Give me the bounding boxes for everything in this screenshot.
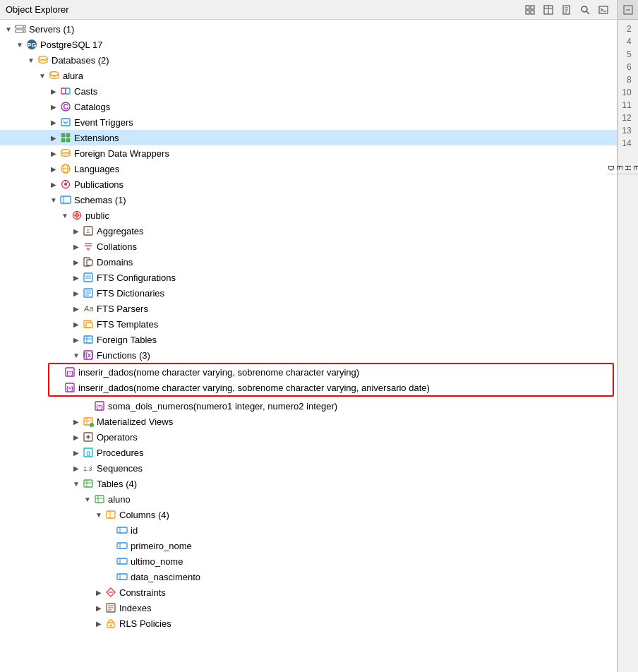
tree-item-func3[interactable]: {=} soma_dois_numeros(numero1 integer, n… bbox=[0, 398, 617, 414]
grid-icon-btn[interactable] bbox=[522, 2, 538, 18]
constraints-icon bbox=[104, 587, 117, 598]
tree-item-aggregates[interactable]: ▶ Σ Aggregates bbox=[0, 223, 617, 239]
tree-item-operators[interactable]: ▶ Operators bbox=[0, 429, 617, 445]
tree-item-col-id[interactable]: id bbox=[0, 522, 617, 538]
func2-label: inserir_dados(nome character varying, so… bbox=[78, 383, 430, 393]
table-icon-btn[interactable] bbox=[541, 2, 556, 18]
expander-col-pn bbox=[104, 540, 116, 551]
tree-item-columns[interactable]: ▼ Columns (4) bbox=[0, 507, 617, 522]
tree-item-func1[interactable]: {=} inserir_dados(nome character varying… bbox=[49, 364, 613, 380]
tables-icon bbox=[82, 478, 95, 489]
tree-item-constraints[interactable]: ▶ Constraints bbox=[0, 584, 617, 600]
tree-item-col-un[interactable]: ultimo_nome bbox=[0, 553, 617, 569]
public-schema-icon bbox=[71, 210, 83, 221]
tree-item-tables[interactable]: ▼ Tables (4) bbox=[0, 476, 617, 491]
tree-item-sequences[interactable]: ▶ 1.3 Sequences bbox=[0, 460, 617, 476]
tree-item-foreign-wrappers[interactable]: ▶ Foreign Data Wrappers bbox=[0, 145, 617, 161]
func1-label: inserir_dados(nome character varying, so… bbox=[78, 367, 359, 378]
terminal-icon-btn[interactable] bbox=[596, 2, 611, 18]
tree-item-fts-templates[interactable]: ▶ FTS Templates bbox=[0, 316, 617, 332]
sequences-label: Sequences bbox=[97, 463, 143, 474]
tree-item-fts-parsers[interactable]: ▶ Aa FTS Parsers bbox=[0, 301, 617, 316]
svg-rect-2 bbox=[526, 11, 529, 14]
functions-icon: f(x) bbox=[82, 349, 95, 361]
tree-item-languages[interactable]: ▶ Languages bbox=[0, 161, 617, 176]
expander-publications: ▶ bbox=[48, 179, 59, 190]
svg-rect-52 bbox=[87, 260, 92, 265]
tree-item-fts-dict[interactable]: ▶ FTS Dictionaries bbox=[0, 285, 617, 301]
tree-item-pg17[interactable]: ▼ PG PostgreSQL 17 bbox=[0, 37, 617, 52]
expander-schemas: ▼ bbox=[48, 194, 59, 205]
foreign-tables-label: Foreign Tables bbox=[97, 335, 157, 345]
tree-item-extensions[interactable]: ▶ Extensions bbox=[0, 130, 617, 145]
expander-functions: ▼ bbox=[71, 349, 82, 361]
search-icon-btn[interactable] bbox=[577, 2, 593, 18]
tree-item-rls-policies[interactable]: ▶ RLS Policies bbox=[0, 616, 617, 631]
tree-item-col-dn[interactable]: data_nascimento bbox=[0, 569, 617, 584]
tree-item-schemas[interactable]: ▼ Schemas (1) bbox=[0, 192, 617, 208]
col-pn-label: primeiro_nome bbox=[131, 541, 192, 551]
expander-servers: ▼ bbox=[3, 23, 14, 35]
tree-item-event-triggers[interactable]: ▶ Event Triggers bbox=[0, 114, 617, 130]
tree-item-public[interactable]: ▼ public bbox=[0, 208, 617, 223]
tree-item-func2[interactable]: {=} inserir_dados(nome character varying… bbox=[49, 380, 613, 395]
tree-item-procedures[interactable]: ▶ {} Procedures bbox=[0, 445, 617, 460]
svg-rect-62 bbox=[86, 323, 92, 328]
doc-icon-btn[interactable] bbox=[559, 2, 574, 18]
tree-item-collations[interactable]: ▶ Collations bbox=[0, 239, 617, 254]
red-outlined-functions: {=} inserir_dados(nome character varying… bbox=[48, 363, 614, 397]
expander-fts-templates: ▶ bbox=[71, 318, 82, 330]
tree-item-databases[interactable]: ▼ Databases (2) bbox=[0, 52, 617, 68]
tree-item-domains[interactable]: ▶ Domains bbox=[0, 254, 617, 270]
object-explorer: Object Explorer bbox=[0, 0, 618, 672]
tree-item-col-pn[interactable]: primeiro_nome bbox=[0, 538, 617, 553]
tree-item-casts[interactable]: ▶ Casts bbox=[0, 83, 617, 99]
expander-catalogs: ▶ bbox=[48, 101, 59, 112]
right-label-e1: E bbox=[615, 162, 624, 174]
tree-item-indexes[interactable]: ▶ Indexes bbox=[0, 600, 617, 616]
line-10: 14 bbox=[622, 137, 634, 150]
schemas-icon bbox=[59, 194, 72, 205]
func3-label: soma_dois_numeros(numero1 integer, numer… bbox=[108, 401, 337, 412]
foreign-wrappers-label: Foreign Data Wrappers bbox=[74, 148, 169, 159]
publications-icon bbox=[59, 179, 72, 190]
svg-text:C: C bbox=[63, 103, 68, 111]
svg-rect-31 bbox=[61, 138, 65, 142]
header-icons bbox=[522, 2, 611, 18]
tree-item-servers[interactable]: ▼ Servers (1) bbox=[0, 21, 617, 37]
expander-col-id bbox=[104, 524, 116, 536]
expander-languages: ▶ bbox=[48, 163, 59, 174]
server-icon bbox=[14, 23, 27, 35]
databases-label: Databases (2) bbox=[52, 55, 109, 66]
col-id-icon bbox=[116, 524, 128, 536]
tree-item-functions[interactable]: ▼ f(x) Functions (3) bbox=[0, 347, 617, 363]
fts-templates-icon bbox=[82, 318, 95, 330]
expander-indexes: ▶ bbox=[93, 602, 104, 613]
line-5: 8 bbox=[622, 73, 634, 86]
tree-item-catalogs[interactable]: ▶ C Catalogs bbox=[0, 99, 617, 114]
tree-item-publications[interactable]: ▶ Publications bbox=[0, 176, 617, 192]
event-triggers-label: Event Triggers bbox=[74, 117, 133, 128]
tree-item-aluno[interactable]: ▼ aluno bbox=[0, 491, 617, 507]
svg-text:Aa: Aa bbox=[83, 304, 93, 313]
tree-container[interactable]: ▼ Servers (1) ▼ PG PostgreSQL 17 bbox=[0, 20, 617, 672]
languages-label: Languages bbox=[74, 164, 119, 174]
tables-label: Tables (4) bbox=[97, 479, 137, 489]
expander-pg17: ▼ bbox=[14, 39, 25, 50]
columns-label: Columns (4) bbox=[119, 510, 169, 520]
panel-collapse-icon bbox=[623, 5, 633, 15]
fts-parsers-icon: Aa bbox=[82, 303, 95, 314]
tree-item-mat-views[interactable]: ▶ Materialized Views bbox=[0, 414, 617, 429]
terminal-icon bbox=[598, 5, 608, 15]
tree-item-fts-conf[interactable]: ▶ FTS Configurations bbox=[0, 270, 617, 285]
casts-icon bbox=[59, 85, 72, 97]
svg-text:Σ: Σ bbox=[87, 228, 90, 234]
svg-rect-90 bbox=[107, 511, 115, 518]
tree-item-alura[interactable]: ▼ alura bbox=[0, 68, 617, 83]
aluno-table-icon bbox=[93, 493, 106, 505]
line-3: 5 bbox=[622, 48, 634, 61]
tree-item-foreign-tables[interactable]: ▶ Foreign Tables bbox=[0, 332, 617, 347]
svg-rect-41 bbox=[61, 196, 71, 203]
indexes-icon bbox=[104, 602, 117, 613]
svg-rect-30 bbox=[66, 133, 70, 137]
